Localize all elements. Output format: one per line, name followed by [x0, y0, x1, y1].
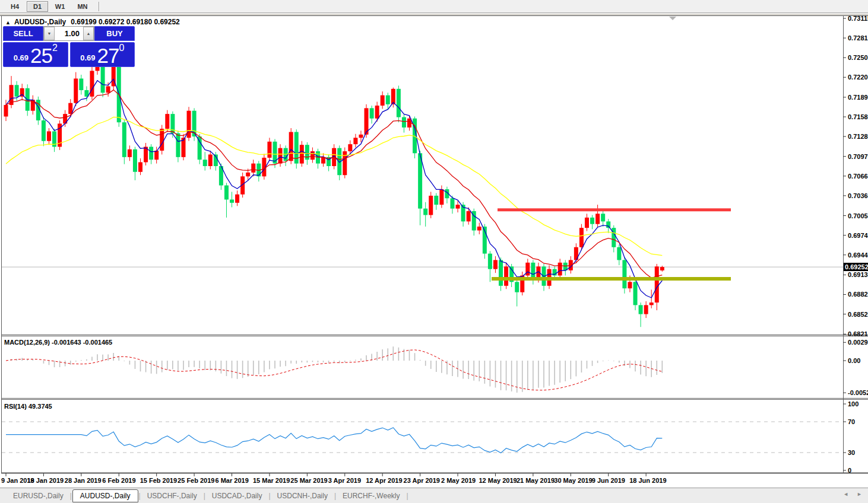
chart-header: ▲AUDUSD-,Daily0.69199 0.69272 0.69180 0.… — [5, 18, 180, 26]
tab-scroll-right-icon[interactable]: ► — [857, 491, 862, 497]
date-tick-label: 25 Mar 2019 — [290, 477, 327, 484]
axis-tick-label: -0.005256 — [848, 389, 868, 396]
axis-tick-label: 0.71890 — [848, 94, 868, 101]
date-tick-label: 18 Jun 2019 — [629, 477, 666, 484]
chart-tab-audusd[interactable]: AUDUSD-,Daily — [72, 489, 138, 502]
buy-price-tile[interactable]: 0.69 27 0 — [70, 42, 135, 67]
buy-price-base: 0.69 — [80, 53, 95, 62]
tab-separator: | — [406, 492, 408, 500]
axis-tick-label: 0.73115 — [848, 15, 868, 22]
axis-tick-label: 0.00 — [848, 357, 860, 364]
date-tick-label: 3 Apr 2019 — [328, 477, 361, 484]
axis-tick-label: 0.71585 — [848, 113, 868, 120]
tab-separator: | — [139, 492, 141, 500]
axis-tick-label: 0.68210 — [848, 330, 868, 338]
axis-tick-label: 0.71280 — [848, 133, 868, 140]
chart-shift-marker-icon[interactable] — [669, 17, 676, 20]
date-tick-label: 2 May 2019 — [441, 477, 476, 484]
tab-separator: | — [204, 492, 205, 500]
axis-tick-label: 0.69130 — [848, 271, 868, 278]
axis-tick-label: 0.70970 — [848, 153, 868, 160]
sell-price-base: 0.69 — [14, 53, 28, 62]
sell-price-point: 2 — [52, 44, 58, 52]
rsi-value: 49.3745 — [28, 403, 52, 410]
date-tick-label: 9 Jun 2019 — [592, 477, 625, 484]
one-click-trade-panel: SELL ▼ ▲ BUY 0.69 25 2 0.69 27 0 — [3, 26, 135, 67]
axis-tick-label: 0.70360 — [848, 192, 868, 199]
macd-values: -0.001643 -0.001465 — [52, 339, 112, 346]
buy-price-point: 0 — [119, 44, 124, 52]
date-tick-label: 12 Apr 2019 — [366, 477, 402, 484]
axis-tick-label: 0.69440 — [848, 252, 868, 259]
date-tick-label: 25 Feb 2019 — [178, 477, 214, 484]
volume-stepper: ▼ ▲ — [43, 26, 94, 41]
axis-tick-label: 0.70665 — [848, 173, 868, 180]
date-tick-label: 12 May 2019 — [479, 477, 517, 484]
tab-separator: | — [334, 492, 336, 500]
axis-tick-label: 0.72810 — [848, 34, 868, 42]
date-tick-label: 6 Mar 2019 — [216, 477, 249, 484]
axis-tick-label: 0.68520 — [848, 311, 868, 318]
axis-tick-label: 0.69745 — [848, 232, 868, 239]
axis-tick-label: 0.002984 — [848, 339, 868, 346]
date-tick-label: 18 Jan 2019 — [27, 477, 64, 484]
sell-price-tile[interactable]: 0.69 25 2 — [3, 42, 68, 67]
chart-tab-usdcad[interactable]: USDCAD-,Daily — [206, 490, 268, 502]
axis-tick-label: 30 — [848, 449, 855, 456]
axis-tick-label: 70 — [848, 418, 855, 425]
chart-ohlc-values: 0.69199 0.69272 0.69180 0.69252 — [71, 18, 180, 26]
mt4-terminal: H4D1W1MN 0.731150.728100.725050.722000.7… — [0, 0, 868, 503]
chart-tab-bar: EURUSD-,Daily|AUDUSD-,Daily|USDCHF-,Dail… — [0, 488, 868, 503]
sell-price-pips: 25 — [30, 46, 52, 65]
date-tick-label: 28 Jan 2019 — [65, 477, 102, 484]
axis-tick-label: 0.72505 — [848, 54, 868, 61]
axis-tick-label: 100 — [848, 400, 859, 408]
sell-button[interactable]: SELL — [3, 26, 43, 41]
tab-scroll-nav: ◄ ► — [843, 491, 862, 497]
date-tick-label: 6 Feb 2019 — [102, 477, 135, 484]
axis-tick-label: 0 — [848, 467, 851, 474]
macd-label: MACD(12,26,9) -0.001643 -0.001465 — [4, 339, 112, 346]
chart-title: AUDUSD-,Daily — [14, 18, 66, 26]
chart-tab-usdcnh[interactable]: USDCNH-,Daily — [271, 490, 334, 502]
tab-separator: | — [268, 492, 270, 500]
date-tick-label: 15 Mar 2019 — [253, 477, 290, 484]
date-tick-label: 23 Apr 2019 — [404, 477, 440, 484]
date-tick-label: 15 Feb 2019 — [140, 477, 177, 484]
tab-scroll-left-icon[interactable]: ◄ — [843, 491, 848, 497]
date-tick-label: 30 May 2019 — [554, 477, 592, 484]
buy-price-pips: 27 — [97, 46, 119, 65]
macd-name: MACD(12,26,9) — [4, 339, 50, 346]
chart-tab-eurusd[interactable]: EURUSD-,Daily — [7, 490, 69, 502]
axis-tick-label: 0.72200 — [848, 74, 868, 81]
current-price-marker: 0.69252 — [844, 263, 868, 271]
volume-decrease-icon[interactable]: ▼ — [44, 27, 55, 40]
chart-tab-eurchf[interactable]: EURCHF-,Weekly — [337, 490, 406, 502]
volume-increase-icon[interactable]: ▲ — [83, 27, 94, 40]
buy-button[interactable]: BUY — [94, 26, 135, 41]
tab-separator: | — [70, 492, 72, 500]
volume-input[interactable] — [55, 27, 83, 40]
rsi-label: RSI(14) 49.3745 — [4, 403, 52, 410]
rsi-name: RSI(14) — [4, 403, 27, 410]
date-tick-label: 21 May 2019 — [517, 477, 555, 484]
chart-canvas[interactable]: 0.731150.728100.725050.722000.718900.715… — [0, 0, 868, 503]
axis-tick-label: 0.68825 — [848, 291, 868, 298]
chart-tab-usdchf[interactable]: USDCHF-,Daily — [141, 490, 203, 502]
collapse-arrow-icon[interactable]: ▲ — [5, 20, 11, 26]
axis-tick-label: 0.70050 — [848, 212, 868, 219]
